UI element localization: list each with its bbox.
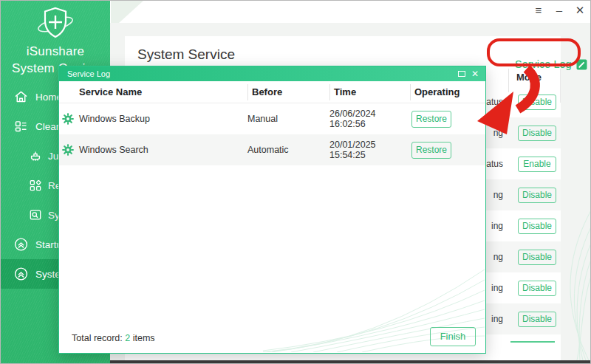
close-icon[interactable]: ✕ bbox=[574, 4, 586, 17]
mode-toggle-button[interactable]: Disable bbox=[518, 281, 556, 296]
service-name: Windows Backup bbox=[59, 114, 247, 124]
column-operating: Operating bbox=[410, 84, 485, 100]
restore-button[interactable]: Restore bbox=[411, 111, 451, 128]
mode-toggle-button[interactable]: Disable bbox=[518, 95, 556, 110]
clean-list-icon bbox=[13, 119, 29, 134]
column-before: Before bbox=[247, 84, 329, 100]
before-value: Automatic bbox=[247, 145, 329, 155]
mode-column-header: Mode bbox=[516, 72, 542, 83]
service-name: Windows Search bbox=[59, 145, 247, 155]
edit-log-icon bbox=[576, 59, 587, 70]
brand-line1: iSunshare bbox=[1, 43, 110, 60]
log-row-windows-backup: Windows Backup Manual 26/06/2024 16:02:5… bbox=[59, 103, 485, 134]
dialog-title: Service Log bbox=[67, 66, 110, 81]
total-suffix: items bbox=[133, 333, 155, 343]
disk-search-icon bbox=[28, 207, 43, 222]
mode-toggle-button[interactable]: Disable bbox=[518, 126, 556, 141]
time-value: 26/06/2024 16:02:56 bbox=[329, 109, 410, 129]
dialog-close-icon[interactable]: ✕ bbox=[471, 66, 479, 81]
service-log-button[interactable]: Service Log bbox=[515, 58, 587, 70]
total-record-text: Total record: 2 items bbox=[72, 333, 155, 343]
minimize-icon[interactable]: – bbox=[553, 4, 565, 17]
column-divider bbox=[560, 69, 561, 103]
gear-icon bbox=[62, 113, 74, 127]
total-count: 2 bbox=[125, 333, 130, 343]
column-divider bbox=[508, 69, 509, 92]
dialog-maximize-icon[interactable] bbox=[458, 71, 465, 77]
menu-icon[interactable]: ≡ bbox=[533, 4, 544, 17]
boost-circle-icon bbox=[13, 267, 29, 282]
before-value: Manual bbox=[247, 114, 329, 124]
service-log-dialog: Service Log ✕ Service Name Before Time O… bbox=[58, 66, 486, 354]
dialog-titlebar: Service Log ✕ bbox=[59, 66, 485, 81]
mode-toggle-button[interactable]: Disable bbox=[518, 250, 556, 265]
finish-button[interactable]: Finish bbox=[430, 327, 476, 346]
mode-toggle-button[interactable]: Disable bbox=[518, 188, 556, 203]
sidebar-item-label: Clean bbox=[35, 121, 61, 132]
column-time: Time bbox=[329, 84, 410, 100]
brand-shield-logo bbox=[33, 6, 78, 41]
boost-circle-icon bbox=[13, 237, 29, 253]
window-bottom-edge bbox=[110, 360, 591, 364]
restore-button[interactable]: Restore bbox=[411, 142, 451, 159]
mode-toggle-button[interactable]: Enable bbox=[518, 157, 556, 172]
column-service-name: Service Name bbox=[59, 86, 247, 97]
app-window: iSunshare System Genius Home Clean bbox=[0, 0, 591, 364]
registry-grid-icon bbox=[28, 178, 43, 193]
home-icon bbox=[13, 89, 29, 105]
time-value: 20/01/2025 15:54:25 bbox=[329, 140, 410, 160]
log-row-windows-search: Windows Search Automatic 20/01/2025 15:5… bbox=[59, 134, 485, 165]
pager-divider bbox=[510, 341, 555, 343]
page-title: System Service bbox=[137, 47, 235, 63]
mode-toggle-button[interactable]: Disable bbox=[518, 312, 556, 327]
total-label: Total record: bbox=[72, 333, 123, 343]
window-titlebar: ≡ – ✕ bbox=[110, 1, 591, 23]
mode-toggle-button[interactable]: Disable bbox=[518, 219, 556, 234]
dialog-table-header: Service Name Before Time Operating bbox=[59, 81, 485, 103]
brush-icon bbox=[28, 148, 43, 163]
service-log-label: Service Log bbox=[515, 58, 572, 70]
gear-icon bbox=[62, 144, 74, 158]
